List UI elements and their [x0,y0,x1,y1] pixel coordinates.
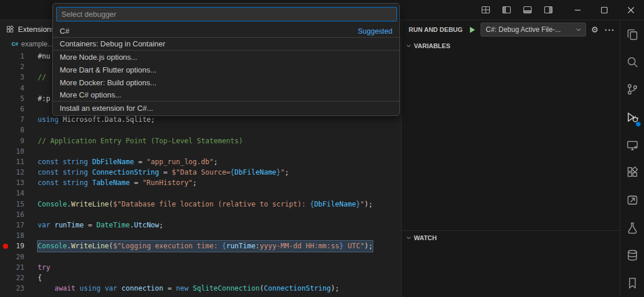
code-line[interactable]: 11const string DbFileName = "app_run_log… [0,157,401,167]
breakpoint-gutter[interactable] [0,220,12,230]
bookmark-icon[interactable] [620,269,644,297]
code-text: #:p [38,93,50,104]
layout-controls [478,3,556,17]
breakpoint-gutter[interactable] [0,83,12,93]
code-line[interactable]: 8 [0,125,401,135]
code-line[interactable]: 12const string ConnectionString = $"Data… [0,167,401,178]
code-line[interactable]: 14 [0,188,401,198]
run-and-debug-panel: RUN AND DEBUG C#: Debug Active File-... … [401,20,620,297]
breakpoint-gutter[interactable] [0,61,12,72]
debug-start-icon[interactable] [465,23,478,36]
code-line[interactable]: 22{ [0,273,401,283]
breakpoint-gutter[interactable] [0,167,12,178]
close-button[interactable] [617,0,644,20]
breakpoint-gutter[interactable] [0,283,12,294]
panel-title: RUN AND DEBUG [409,26,463,33]
line-number: 8 [12,125,24,135]
breakpoint-gutter[interactable] [0,104,12,114]
line-number: 4 [12,83,24,93]
quick-pick-item[interactable]: More C# options... [53,89,399,102]
copy-pages-icon[interactable] [620,20,644,48]
breakpoint-gutter[interactable] [0,178,12,188]
line-number: 9 [12,136,24,146]
gear-icon[interactable]: ⚙ [588,23,601,36]
source-control-icon[interactable] [620,75,644,103]
quick-pick-list: C#SuggestedContainers: Debug in Containe… [53,25,399,114]
quick-pick-item[interactable]: More Docker: Build options... [53,76,399,89]
breakpoint-gutter[interactable] [0,125,12,135]
chevron-down-icon [405,234,412,241]
line-number: 13 [12,178,24,188]
chevron-down-icon [575,26,582,33]
quick-pick-item[interactable]: C#Suggested [53,25,399,38]
code-line[interactable]: 13const string TableName = "RunHistory"; [0,178,401,188]
code-text: var runTime = DateTime.UtcNow; [38,220,163,230]
breakpoint-gutter[interactable] [0,114,12,125]
maximize-button[interactable] [591,0,617,20]
code-line[interactable]: 23 await using var connection = new Sqli… [0,283,401,294]
breakpoint-dot[interactable] [0,241,12,251]
code-text: const string DbFileName = "app_run_log.d… [38,157,218,167]
quick-pick-item-label: More Node.js options... [60,53,137,61]
code-line[interactable]: 20 [0,252,401,262]
breakpoint-gutter[interactable] [0,209,12,220]
toggle-sidebar-right-icon[interactable] [541,3,556,17]
code-line[interactable]: 15Console.WriteLine($"Database file loca… [0,199,401,209]
breakpoint-gutter[interactable] [0,51,12,61]
more-actions-icon[interactable]: ··· [603,23,616,36]
breakpoint-gutter[interactable] [0,199,12,209]
breakpoint-gutter[interactable] [0,93,12,104]
breakpoint-gutter[interactable] [0,72,12,82]
search-icon[interactable] [620,48,644,76]
line-number: 20 [12,252,24,262]
toggle-sidebar-left-icon[interactable] [499,3,514,17]
breakpoint-gutter[interactable] [0,188,12,198]
activity-bar [620,20,644,297]
breakpoint-gutter[interactable] [0,230,12,241]
remote-window-icon[interactable] [620,131,644,159]
code-line[interactable]: 18 [0,230,401,241]
line-number: 11 [12,157,24,167]
customize-layout-icon[interactable] [478,3,493,17]
code-line[interactable]: 10 [0,146,401,157]
code-line[interactable]: 9// Application Entry Point (Top-Level S… [0,136,401,146]
breakpoint-gutter[interactable] [0,146,12,157]
breakpoint-gutter[interactable] [0,157,12,167]
code-line[interactable]: 19Console.WriteLine($"Logging execution … [0,241,401,251]
breakpoint-gutter[interactable] [0,273,12,283]
extensions-tab-icon [6,25,14,34]
share-icon[interactable] [620,186,644,214]
suggested-badge: Suggested [358,27,392,35]
quick-pick-item-label: C# [60,27,70,35]
quick-pick-item-label: Install an extension for C#... [60,104,153,113]
code-line[interactable]: 21try [0,262,401,273]
quick-pick: C#SuggestedContainers: Debug in Containe… [52,3,400,116]
quick-pick-item[interactable]: More Dart & Flutter options... [53,63,399,76]
debug-config-select[interactable]: C#: Debug Active File-... [481,23,586,37]
breakpoint-gutter[interactable] [0,262,12,273]
line-number: 10 [12,146,24,157]
database-icon[interactable] [620,242,644,270]
line-number: 6 [12,104,24,114]
extensions-icon[interactable] [620,159,644,187]
code-text: // [38,72,50,82]
quick-pick-input[interactable] [56,7,397,21]
line-number: 18 [12,230,24,241]
test-beaker-icon[interactable] [620,214,644,242]
quick-pick-item[interactable]: More Node.js options... [53,50,399,63]
code-text: // Application Entry Point (Top-Level St… [38,136,243,146]
line-number: 14 [12,188,24,198]
variables-section-header[interactable]: VARIABLES [402,39,620,53]
quick-pick-item[interactable]: Containers: Debug in Container [53,38,399,50]
run-and-debug-icon[interactable] [620,103,644,131]
run-and-debug-header: RUN AND DEBUG C#: Debug Active File-... … [402,20,620,39]
code-line[interactable]: 17var runTime = DateTime.UtcNow; [0,220,401,230]
line-number: 15 [12,199,24,209]
toggle-panel-bottom-icon[interactable] [520,3,535,17]
code-line[interactable]: 16 [0,209,401,220]
quick-pick-item[interactable]: Install an extension for C#... [53,102,399,114]
breakpoint-gutter[interactable] [0,252,12,262]
watch-section-header[interactable]: WATCH [402,230,620,244]
breakpoint-gutter[interactable] [0,136,12,146]
minimize-button[interactable] [564,0,591,20]
